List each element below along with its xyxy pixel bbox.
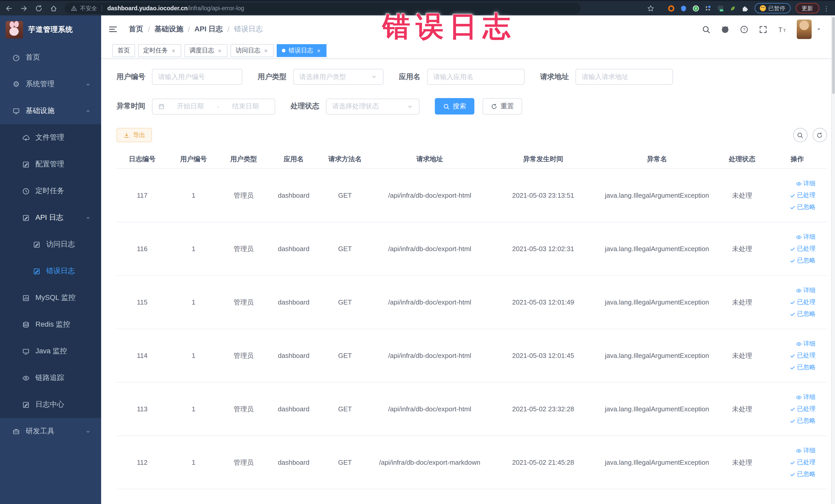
update-button[interactable]: 更新 bbox=[795, 3, 819, 13]
font-size-icon[interactable]: TT bbox=[777, 25, 786, 34]
action-ignored[interactable]: 已忽略 bbox=[789, 470, 815, 479]
user-type-select[interactable]: 请选择用户类型 bbox=[293, 69, 384, 85]
exception-time-range[interactable]: 开始日期 - 结束日期 bbox=[152, 98, 275, 114]
tab-access-log[interactable]: 访问日志 bbox=[230, 44, 273, 57]
app-logo bbox=[6, 21, 23, 39]
action-ignored[interactable]: 已忽略 bbox=[789, 203, 815, 211]
sidebar-item-job[interactable]: 定时任务 bbox=[0, 178, 101, 204]
cell-exception-time: 2021-05-03 12:02:31 bbox=[489, 245, 597, 253]
tab-job[interactable]: 定时任务 bbox=[138, 44, 181, 57]
bookmark-star-icon[interactable] bbox=[647, 4, 654, 12]
sidebar-item-home[interactable]: 首页 bbox=[0, 44, 101, 71]
extension-green-v-icon[interactable]: V bbox=[692, 4, 699, 12]
export-button-label: 导出 bbox=[133, 131, 145, 139]
sidebar-item-access-log[interactable]: 访问日志 bbox=[0, 231, 101, 258]
cell-request-url: /api/infra/db-doc/export-html bbox=[371, 352, 489, 360]
toggle-search-button[interactable] bbox=[793, 128, 807, 142]
action-ignored[interactable]: 已忽略 bbox=[789, 256, 815, 265]
sidebar-item-mysql[interactable]: MySQL 监控 bbox=[0, 284, 101, 311]
sidebar-item-label: 访问日志 bbox=[46, 240, 75, 249]
extension-orange-icon[interactable] bbox=[667, 4, 675, 12]
sidebar-item-config[interactable]: 配置管理 bbox=[0, 151, 101, 178]
tab-home[interactable]: 首页 bbox=[113, 44, 135, 57]
reset-button[interactable]: 重置 bbox=[483, 98, 522, 115]
sidebar-item-infra[interactable]: 基础设施 bbox=[0, 98, 101, 124]
security-warning-icon[interactable] bbox=[71, 5, 77, 11]
github-icon[interactable] bbox=[720, 25, 729, 34]
cell-exception-time: 2021-05-03 23:13:51 bbox=[489, 191, 597, 199]
chevron-down-icon bbox=[85, 428, 91, 434]
user-id-input[interactable] bbox=[152, 69, 242, 85]
breadcrumb-item[interactable]: 基础设施 bbox=[155, 25, 183, 34]
action-processed[interactable]: 已处理 bbox=[789, 191, 815, 200]
sidebar-item-label: 系统管理 bbox=[26, 80, 55, 89]
scrollbar-thumb[interactable] bbox=[832, 17, 834, 94]
back-button[interactable] bbox=[5, 4, 13, 12]
close-icon[interactable] bbox=[316, 48, 321, 53]
extension-leaf-icon[interactable] bbox=[729, 4, 736, 12]
tab-error-log[interactable]: 错误日志 bbox=[277, 44, 326, 57]
sidebar-item-file[interactable]: 文件管理 bbox=[0, 124, 101, 151]
app-name-input[interactable] bbox=[427, 69, 525, 85]
help-icon[interactable]: ? bbox=[739, 25, 748, 34]
sidebar-item-error-log[interactable]: 错误日志 bbox=[0, 258, 101, 284]
sidebar-item-tracing[interactable]: 链路追踪 bbox=[0, 365, 101, 391]
action-ignored[interactable]: 已忽略 bbox=[789, 363, 815, 372]
caret-down-icon[interactable] bbox=[815, 26, 822, 32]
reload-button[interactable] bbox=[35, 4, 43, 12]
forward-button[interactable] bbox=[20, 4, 28, 12]
cell-actions: 详细已处理已忽略 bbox=[768, 286, 827, 318]
cell-request-method: GET bbox=[319, 459, 371, 466]
extensions-puzzle-icon[interactable] bbox=[741, 4, 749, 12]
breadcrumb-item[interactable]: API 日志 bbox=[195, 25, 223, 34]
sidebar-item-dev-tools[interactable]: 研发工具 bbox=[0, 418, 101, 445]
process-status-select[interactable]: 请选择处理状态 bbox=[326, 98, 420, 114]
cell-request-method: GET bbox=[319, 405, 371, 413]
sidebar-item-java[interactable]: Java 监控 bbox=[0, 338, 101, 365]
action-ignored[interactable]: 已忽略 bbox=[789, 310, 815, 318]
emoji-face-icon bbox=[759, 5, 766, 11]
extension-blue-shield-icon[interactable] bbox=[679, 4, 687, 12]
action-detail[interactable]: 详细 bbox=[795, 446, 815, 455]
refresh-table-button[interactable] bbox=[812, 128, 827, 142]
action-processed[interactable]: 已处理 bbox=[789, 351, 815, 360]
paused-badge[interactable]: 已暂停 bbox=[754, 3, 790, 13]
browser-menu-icon[interactable]: ⋮ bbox=[824, 4, 829, 12]
sidebar-toggle[interactable] bbox=[108, 25, 118, 34]
close-icon[interactable] bbox=[171, 48, 176, 53]
tab-job-log[interactable]: 调度日志 bbox=[184, 44, 227, 57]
action-ignored[interactable]: 已忽略 bbox=[789, 417, 815, 425]
action-processed[interactable]: 已处理 bbox=[789, 298, 815, 306]
search-button[interactable]: 搜索 bbox=[435, 98, 474, 115]
extension-on-switch-icon[interactable]: on bbox=[716, 4, 724, 12]
action-processed[interactable]: 已处理 bbox=[789, 405, 815, 414]
home-button[interactable] bbox=[50, 4, 58, 12]
sidebar-item-api-log[interactable]: API 日志 bbox=[0, 204, 101, 231]
sidebar-item-redis[interactable]: Redis 监控 bbox=[0, 311, 101, 338]
fullscreen-icon[interactable] bbox=[758, 25, 767, 34]
action-label: 已处理 bbox=[797, 351, 815, 360]
page-scrollbar[interactable] bbox=[831, 15, 835, 504]
cell-exception-name: java.lang.IllegalArgumentException bbox=[597, 298, 716, 306]
sidebar-item-log-center[interactable]: 日志中心 bbox=[0, 391, 101, 418]
close-icon[interactable] bbox=[217, 48, 222, 53]
sidebar-item-system[interactable]: ⚙系统管理 bbox=[0, 71, 101, 98]
action-detail[interactable]: 详细 bbox=[795, 339, 815, 348]
action-detail[interactable]: 详细 bbox=[795, 393, 815, 402]
action-detail[interactable]: 详细 bbox=[795, 233, 815, 241]
export-button[interactable]: 导出 bbox=[117, 128, 152, 142]
extension-grid-icon[interactable] bbox=[704, 4, 712, 12]
search-icon[interactable] bbox=[701, 25, 710, 34]
action-detail[interactable]: 详细 bbox=[795, 286, 815, 295]
close-icon[interactable] bbox=[263, 48, 268, 53]
request-url-input[interactable] bbox=[575, 69, 673, 85]
action-processed[interactable]: 已处理 bbox=[789, 458, 815, 467]
action-detail[interactable]: 详细 bbox=[795, 179, 815, 188]
cell-user-id: 1 bbox=[168, 405, 219, 413]
app-logo-row[interactable]: 芋道管理系统 bbox=[0, 15, 101, 44]
filter-process-status: 处理状态 请选择处理状态 bbox=[290, 98, 420, 114]
avatar[interactable] bbox=[796, 20, 811, 39]
action-processed[interactable]: 已处理 bbox=[789, 244, 815, 253]
breadcrumb-item[interactable]: 首页 bbox=[129, 25, 143, 34]
check-icon bbox=[789, 258, 795, 264]
